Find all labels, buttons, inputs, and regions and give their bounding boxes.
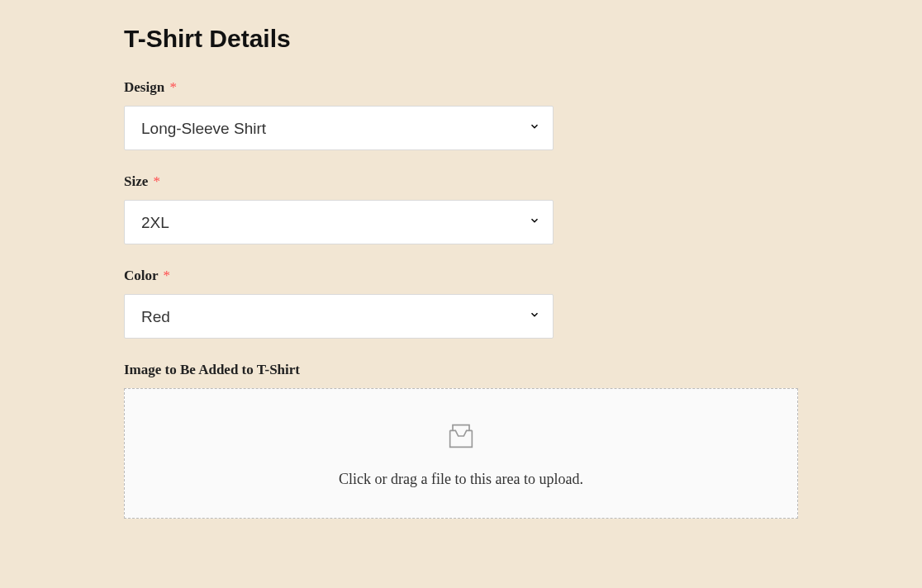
- color-select[interactable]: Red: [124, 294, 554, 339]
- color-field: Color * Red: [124, 268, 798, 339]
- design-label-text: Design: [124, 79, 164, 95]
- size-label: Size *: [124, 173, 798, 190]
- color-label: Color *: [124, 268, 798, 284]
- color-select-wrapper: Red: [124, 294, 554, 339]
- image-label: Image to Be Added to T-Shirt: [124, 362, 798, 378]
- upload-instruction-text: Click or drag a file to this area to upl…: [339, 471, 583, 488]
- form-container: T-Shirt Details Design * Long-Sleeve Shi…: [0, 0, 922, 519]
- image-field: Image to Be Added to T-Shirt Click or dr…: [124, 362, 798, 519]
- required-asterisk: *: [154, 173, 161, 189]
- color-label-text: Color: [124, 268, 158, 283]
- upload-dropzone[interactable]: Click or drag a file to this area to upl…: [124, 388, 798, 519]
- required-asterisk: *: [169, 79, 177, 95]
- required-asterisk: *: [164, 268, 171, 283]
- size-label-text: Size: [124, 173, 148, 189]
- inbox-icon: [444, 420, 478, 456]
- design-select-wrapper: Long-Sleeve Shirt: [124, 106, 554, 150]
- design-label: Design *: [124, 79, 798, 96]
- design-field: Design * Long-Sleeve Shirt: [124, 79, 798, 150]
- size-select-wrapper: 2XL: [124, 200, 554, 244]
- size-select[interactable]: 2XL: [124, 200, 554, 244]
- size-field: Size * 2XL: [124, 173, 798, 244]
- page-title: T-Shirt Details: [124, 25, 798, 53]
- design-select[interactable]: Long-Sleeve Shirt: [124, 106, 554, 150]
